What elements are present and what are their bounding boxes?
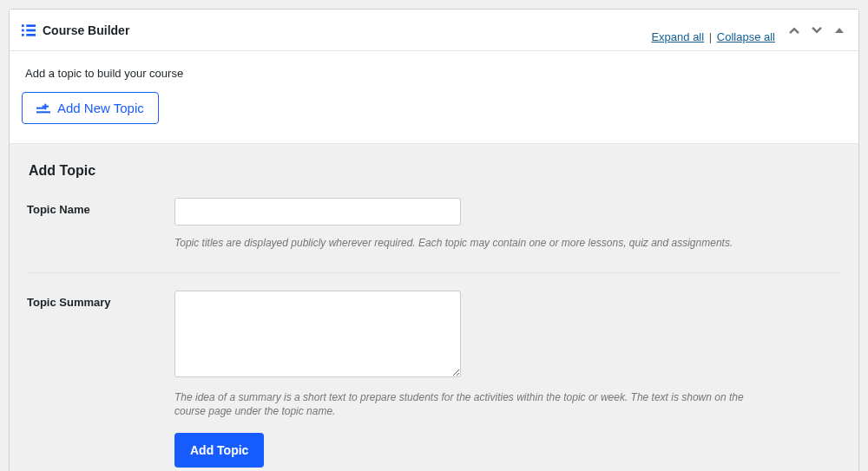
topic-summary-input[interactable] <box>174 291 461 377</box>
collapse-panel-icon[interactable] <box>832 23 846 37</box>
topic-name-label: Topic Name <box>27 198 174 250</box>
link-separator: | <box>709 30 712 43</box>
topic-summary-row: Topic Summary The idea of a summary is a… <box>27 291 841 467</box>
topic-name-help: Topic titles are displayed publicly wher… <box>174 236 765 250</box>
intro-text: Add a topic to build your course <box>25 67 846 80</box>
topic-name-row: Topic Name Topic titles are displayed pu… <box>27 198 841 273</box>
add-topic-section: Add Topic Topic Name Topic titles are di… <box>10 143 858 471</box>
svg-rect-2 <box>22 34 24 36</box>
add-new-topic-button[interactable]: Add New Topic <box>22 92 159 124</box>
svg-rect-7 <box>36 111 50 113</box>
course-builder-panel: Course Builder Expand all | Collapse all <box>9 9 859 471</box>
panel-header-icons <box>787 23 846 37</box>
svg-rect-3 <box>26 24 36 27</box>
svg-rect-0 <box>22 24 24 27</box>
svg-rect-9 <box>43 105 49 107</box>
svg-rect-6 <box>36 107 44 108</box>
topic-summary-help: The idea of a summary is a short text to… <box>174 390 765 418</box>
panel-title-wrap: Course Builder <box>22 23 129 37</box>
topic-name-control: Topic titles are displayed publicly wher… <box>174 198 841 250</box>
svg-rect-5 <box>26 34 36 36</box>
svg-rect-1 <box>22 29 24 31</box>
add-new-topic-label: Add New Topic <box>57 101 144 115</box>
course-builder-icon <box>22 24 36 36</box>
expand-all-link[interactable]: Expand all <box>651 30 704 43</box>
add-topic-title: Add Topic <box>29 163 841 179</box>
panel-header-right: Expand all | Collapse all <box>651 16 846 43</box>
panel-title: Course Builder <box>43 23 129 37</box>
add-topic-submit-button[interactable]: Add Topic <box>174 433 264 468</box>
svg-rect-4 <box>26 29 36 31</box>
panel-header: Course Builder Expand all | Collapse all <box>10 10 858 51</box>
expand-collapse-links: Expand all | Collapse all <box>651 30 775 43</box>
panel-top-body: Add a topic to build your course Add New… <box>10 51 858 143</box>
move-up-icon[interactable] <box>787 23 801 37</box>
topic-summary-label: Topic Summary <box>27 291 174 467</box>
add-list-icon <box>36 102 50 114</box>
topic-name-input[interactable] <box>174 198 461 226</box>
topic-summary-control: The idea of a summary is a short text to… <box>174 291 841 467</box>
collapse-all-link[interactable]: Collapse all <box>717 30 775 43</box>
move-down-icon[interactable] <box>810 23 824 37</box>
